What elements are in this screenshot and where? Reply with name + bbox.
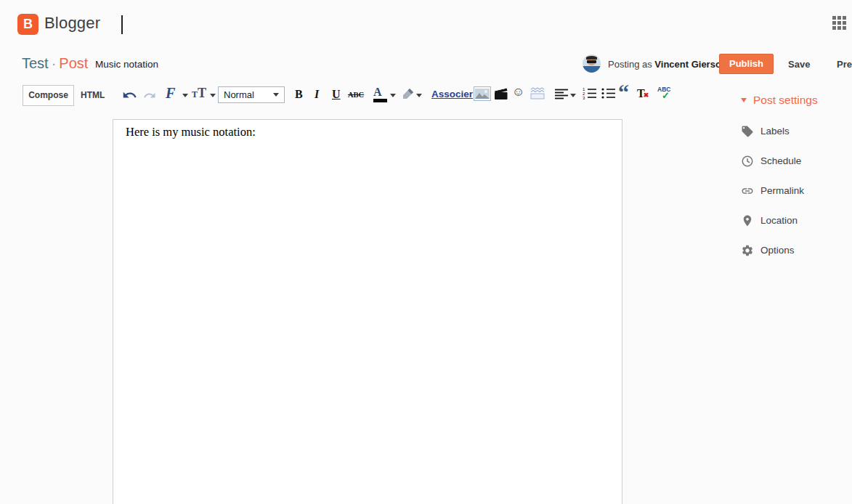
- clock-icon: [741, 155, 754, 168]
- sidebar-item-location[interactable]: Location: [741, 213, 804, 228]
- highlight-color-caret-icon[interactable]: [416, 94, 422, 97]
- sidebar-item-permalink[interactable]: Permalink: [741, 183, 804, 198]
- google-apps-icon[interactable]: [832, 16, 846, 30]
- blogger-logo-letter: B: [23, 17, 33, 32]
- post-body-editor[interactable]: Here is my music notation:: [113, 119, 622, 504]
- font-size-caret-icon[interactable]: [210, 94, 216, 97]
- blockquote-icon[interactable]: “: [618, 84, 629, 100]
- underline-button[interactable]: U: [332, 88, 341, 101]
- post-settings-caret-icon: [741, 98, 747, 102]
- font-size-small-t: T: [192, 89, 198, 99]
- sidebar-item-labels[interactable]: Labels: [741, 123, 804, 139]
- breadcrumb-blog-name[interactable]: Test: [22, 55, 49, 71]
- header-divider: [121, 15, 123, 34]
- post-settings-header[interactable]: Post settings: [741, 94, 818, 107]
- sidebar-item-options[interactable]: Options: [741, 243, 804, 258]
- undo-icon[interactable]: [122, 89, 137, 102]
- grid-dot: [832, 26, 836, 30]
- insert-video-icon[interactable]: [494, 87, 508, 100]
- grid-dot: [832, 21, 836, 25]
- sidebar-item-label: Options: [760, 245, 795, 256]
- gear-icon: [741, 244, 754, 257]
- breadcrumb-page-type: Post: [59, 55, 88, 71]
- font-family-caret-icon[interactable]: [182, 94, 188, 97]
- blogger-logo[interactable]: B: [17, 14, 38, 35]
- post-title-input[interactable]: Music notation: [95, 59, 158, 70]
- grid-dot: [837, 21, 841, 25]
- text-color-button[interactable]: A: [373, 86, 387, 102]
- insert-image-icon[interactable]: [474, 86, 491, 101]
- insert-link-button[interactable]: Associer: [431, 89, 473, 99]
- sidebar-item-label: Labels: [760, 126, 790, 137]
- bold-button[interactable]: B: [295, 88, 303, 101]
- strikethrough-button[interactable]: ABC: [348, 91, 364, 99]
- font-size-large-t: T: [198, 86, 206, 100]
- post-settings-label: Post settings: [753, 94, 818, 107]
- redo-icon[interactable]: [143, 90, 156, 101]
- grid-dot: [837, 16, 841, 20]
- insert-emoticon-icon[interactable]: ☺: [512, 85, 524, 99]
- avatar: [583, 54, 601, 73]
- remove-formatting-x: ✖: [644, 92, 649, 99]
- grid-dot: [832, 16, 836, 20]
- text-color-letter: A: [373, 86, 382, 98]
- font-family-icon[interactable]: F: [166, 85, 175, 102]
- paragraph-format-value: Normal: [224, 89, 254, 100]
- paragraph-format-select[interactable]: Normal: [218, 86, 285, 103]
- highlight-color-icon[interactable]: [401, 86, 415, 101]
- avatar-sunglasses: [587, 60, 596, 63]
- text-color-swatch: [373, 99, 387, 102]
- breadcrumb: Test·Post: [22, 55, 88, 72]
- sidebar-item-schedule[interactable]: Schedule: [741, 153, 804, 168]
- app-title: Blogger: [44, 14, 100, 33]
- image-glyph: [475, 89, 490, 99]
- publish-button[interactable]: Publish: [719, 54, 774, 74]
- author-name: Vincent Giersch: [654, 59, 726, 70]
- bullet-list-icon[interactable]: [601, 87, 616, 99]
- location-pin-icon: [741, 214, 754, 227]
- posting-as-text: Posting as Vincent Giersch: [608, 59, 726, 70]
- text-color-caret-icon[interactable]: [390, 94, 396, 97]
- font-size-icon[interactable]: TT: [192, 86, 206, 101]
- post-settings-list: Labels Schedule Permalink Location Optio…: [741, 123, 804, 272]
- remove-formatting-icon[interactable]: T✖: [637, 87, 649, 100]
- compose-tab[interactable]: Compose: [23, 85, 74, 106]
- insert-jump-break-icon[interactable]: [530, 87, 545, 99]
- spellcheck-icon[interactable]: ABC ✓: [657, 86, 675, 99]
- alignment-caret-icon[interactable]: [570, 94, 576, 97]
- sidebar-item-label: Location: [760, 215, 798, 226]
- alignment-icon[interactable]: [555, 89, 569, 99]
- posting-as-prefix: Posting as: [608, 59, 652, 70]
- svg-text:3: 3: [583, 96, 585, 99]
- grid-dot: [843, 16, 846, 20]
- avatar-hair: [586, 56, 597, 60]
- editor-content[interactable]: Here is my music notation:: [113, 120, 622, 145]
- spellcheck-checkmark: ✓: [662, 93, 675, 99]
- label-icon: [741, 125, 754, 138]
- grid-dot: [843, 26, 846, 30]
- html-tab[interactable]: HTML: [81, 90, 105, 100]
- breadcrumb-separator: ·: [52, 55, 57, 71]
- sidebar-item-label: Permalink: [760, 185, 804, 196]
- preview-button[interactable]: Preview: [837, 59, 852, 70]
- save-button[interactable]: Save: [788, 59, 810, 70]
- grid-dot: [843, 21, 846, 25]
- select-caret-icon: [273, 93, 279, 97]
- italic-button[interactable]: I: [315, 88, 319, 101]
- sidebar-item-label: Schedule: [760, 155, 801, 166]
- grid-dot: [837, 26, 841, 30]
- numbered-list-icon[interactable]: 1 2 3: [583, 87, 597, 99]
- link-icon: [741, 184, 754, 198]
